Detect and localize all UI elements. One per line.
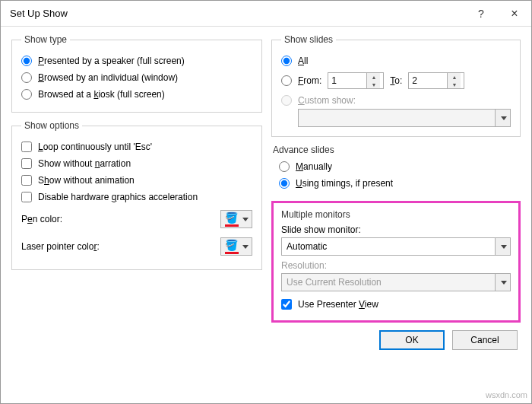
legend-show-type: Show type (21, 34, 70, 45)
row-laser-color: Laser pointer color: 🪣 (21, 233, 252, 260)
check-no-narration-input[interactable] (21, 158, 32, 169)
paint-bucket-icon: 🪣 (225, 240, 239, 254)
radio-kiosk-input[interactable] (21, 89, 32, 100)
row-pen-color: Pen color: 🪣 (21, 205, 252, 233)
group-show-slides: Show slides All From: ▲▼ To: ▲▼ (271, 34, 521, 137)
radio-timings[interactable]: Using timings, if present (279, 175, 519, 192)
watermark: wsxdn.com (486, 390, 527, 399)
check-disable-hw-accel[interactable]: Disable hardware graphics acceleration (21, 189, 252, 205)
radio-from-input[interactable] (281, 75, 292, 86)
radio-timings-input[interactable] (279, 178, 290, 189)
titlebar: Set Up Show ? × (1, 1, 531, 27)
radio-browsed-individual[interactable]: Browsed by an individual (window) (21, 69, 252, 86)
paint-bucket-icon: 🪣 (225, 212, 239, 227)
pen-color-picker[interactable]: 🪣 (220, 210, 252, 228)
radio-all-input[interactable] (281, 56, 292, 66)
label-laser-color: Laser pointer color: (21, 241, 100, 252)
help-button[interactable]: ? (464, 1, 498, 26)
check-loop-input[interactable] (21, 142, 32, 152)
check-presenter-view[interactable]: Use Presenter View (281, 296, 511, 313)
label-monitor: Slide show monitor: (281, 224, 511, 235)
label-to: To: (390, 75, 402, 86)
spinner-down-icon[interactable]: ▼ (367, 81, 380, 88)
close-button[interactable]: × (498, 1, 531, 26)
radio-manual-input[interactable] (279, 161, 290, 172)
group-multiple-monitors: Multiple monitors Slide show monitor: Au… (271, 201, 521, 323)
group-advance-slides: Advance slides Manually Using timings, i… (271, 145, 521, 196)
radio-all[interactable]: All (281, 52, 511, 69)
check-loop[interactable]: Loop continuously until 'Esc' (21, 138, 252, 155)
check-no-animation[interactable]: Show without animation (21, 172, 252, 189)
spinner-from-input[interactable] (328, 74, 366, 87)
chevron-down-icon (495, 110, 510, 126)
spinner-up-icon[interactable]: ▲ (448, 73, 461, 81)
spinner-up-icon[interactable]: ▲ (367, 73, 380, 81)
check-presenter-view-input[interactable] (281, 299, 292, 310)
spinner-from[interactable]: ▲▼ (328, 72, 384, 89)
spinner-to[interactable]: ▲▼ (408, 72, 464, 89)
group-show-type: Show type Presented by a speaker (full s… (11, 34, 262, 113)
ok-button[interactable]: OK (379, 330, 445, 350)
radio-presented-input[interactable] (21, 56, 32, 66)
radio-custom-show-input (281, 95, 292, 106)
label-pen-color: Pen color: (21, 214, 62, 224)
chevron-down-icon[interactable] (495, 238, 510, 255)
radio-presented[interactable]: Presented by a speaker (full screen) (21, 52, 252, 69)
combo-resolution: Use Current Resolution (281, 273, 511, 291)
spinner-to-input[interactable] (409, 74, 447, 87)
dialog-footer: OK Cancel (1, 323, 531, 359)
radio-manual[interactable]: Manually (279, 158, 519, 175)
legend-show-slides: Show slides (281, 34, 336, 45)
chevron-down-icon (495, 274, 510, 291)
combo-monitor[interactable]: Automatic (281, 237, 511, 256)
legend-show-options: Show options (21, 120, 82, 131)
check-no-narration[interactable]: Show without narration (21, 155, 252, 172)
cancel-button[interactable]: Cancel (452, 330, 518, 350)
spinner-down-icon[interactable]: ▼ (448, 81, 461, 88)
laser-color-picker[interactable]: 🪣 (220, 237, 252, 256)
dialog-title: Set Up Show (10, 8, 464, 19)
radio-browsed-individual-input[interactable] (21, 72, 32, 83)
check-no-animation-input[interactable] (21, 175, 32, 186)
check-disable-hw-accel-input[interactable] (21, 192, 32, 202)
legend-monitors: Multiple monitors (281, 209, 511, 220)
radio-custom-show: Custom show: (281, 92, 511, 109)
legend-advance: Advance slides (273, 145, 334, 155)
chevron-down-icon (242, 218, 249, 221)
radio-kiosk[interactable]: Browsed at a kiosk (full screen) (21, 86, 252, 103)
dialog-body: Show type Presented by a speaker (full s… (1, 27, 531, 323)
group-show-options: Show options Loop continuously until 'Es… (11, 120, 262, 270)
radio-from[interactable]: From: (281, 75, 321, 86)
chevron-down-icon (242, 245, 249, 249)
label-resolution: Resolution: (281, 260, 511, 271)
combo-custom-show (298, 109, 511, 127)
